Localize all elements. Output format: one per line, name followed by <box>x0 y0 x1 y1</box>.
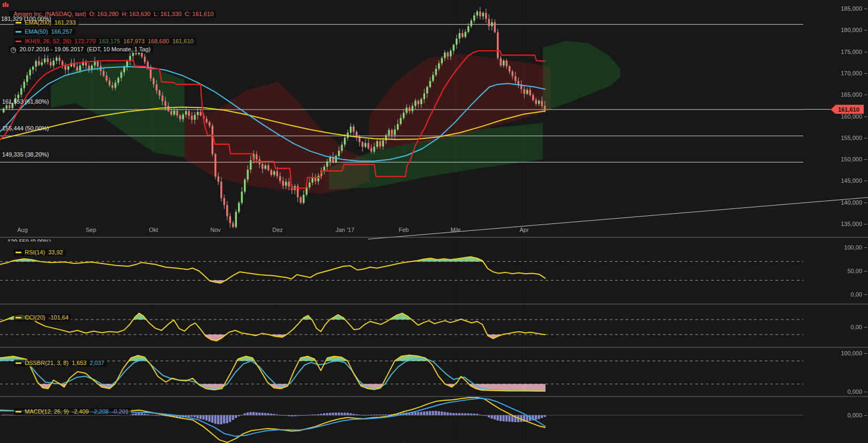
candle-up <box>18 95 20 98</box>
macd-histogram-bar <box>3 415 5 415</box>
cci-pane[interactable] <box>0 313 803 341</box>
candle-down <box>512 72 514 76</box>
candle-up <box>465 32 467 37</box>
macd-histogram-bar <box>250 412 252 415</box>
candle-up <box>424 94 426 99</box>
rsi-label: RSI(14) <box>25 249 45 256</box>
candle-up <box>467 26 470 32</box>
macd-histogram-bar <box>347 413 349 415</box>
candle-up <box>29 69 32 75</box>
rsi-pane[interactable] <box>0 257 803 283</box>
macd-histogram-bar <box>285 415 287 416</box>
axis-tick <box>864 52 867 52</box>
macd-histogram-bar <box>270 414 272 415</box>
macd-histogram-bar <box>229 415 231 422</box>
macd-histogram-bar <box>505 415 508 422</box>
candle-up <box>350 127 352 133</box>
candle-up <box>335 156 337 162</box>
candle-down <box>50 62 52 65</box>
candle-down <box>167 106 170 111</box>
macd-histogram-bar <box>438 411 440 415</box>
last-price-tag: 161,610 <box>831 105 864 114</box>
price-tag-arrow-icon <box>831 105 835 114</box>
macd-histogram-bar <box>388 415 390 415</box>
candle-up <box>406 107 408 113</box>
candle-up <box>477 12 479 15</box>
candle-up <box>341 145 343 151</box>
macd-histogram-bar <box>238 415 240 416</box>
candle-down <box>494 22 496 33</box>
candle-up <box>318 176 320 181</box>
macd-histogram-bar <box>544 415 546 417</box>
macd-histogram-bar <box>303 415 305 416</box>
candle-down <box>229 216 232 223</box>
macd-histogram-bar <box>288 415 290 416</box>
macd-histogram-bar <box>141 413 143 415</box>
macd-histogram-bar <box>276 415 278 416</box>
candle-up <box>79 65 81 71</box>
macd-histogram-bar <box>211 415 213 423</box>
axis-tick <box>864 203 867 203</box>
candle-down <box>418 101 420 104</box>
candle-up <box>32 67 34 70</box>
candle-down <box>506 61 508 66</box>
axis-tick <box>864 392 867 392</box>
candle-up <box>435 69 437 75</box>
cci-legend-row[interactable]: CCI(20) -101,64 <box>7 306 71 328</box>
candle-up <box>312 177 314 183</box>
candle-down <box>485 13 487 19</box>
cci-line <box>0 313 546 341</box>
candle-up <box>538 101 540 104</box>
fib-label-100: 181,329 (100,00%) <box>1 15 51 22</box>
macd-histogram-bar <box>494 415 496 419</box>
macd-histogram-bar <box>197 415 199 418</box>
candle-up <box>441 58 443 64</box>
chart-canvas[interactable] <box>0 0 868 443</box>
macd-histogram-bar <box>535 415 537 419</box>
macd-histogram-bar <box>385 415 387 415</box>
candle-down <box>76 67 79 71</box>
macd-histogram-bar <box>497 415 499 421</box>
candle-down <box>9 105 11 108</box>
candle-down <box>106 76 108 81</box>
candle-up <box>53 61 55 66</box>
macd-value-2: -2,208 <box>92 408 109 415</box>
candle-down <box>509 66 511 72</box>
candle-up <box>250 160 252 170</box>
macd-legend-row[interactable]: MACD(12, 26, 9) -2,409 -2,208 -0,201 <box>7 400 131 422</box>
macd-histogram-bar <box>297 415 299 416</box>
candle-up <box>273 172 275 175</box>
axis-tick <box>864 9 867 9</box>
macd-histogram-bar <box>279 415 281 415</box>
candle-down <box>176 111 179 115</box>
month-axis-label: Sep <box>86 227 96 233</box>
macd-histogram-bar <box>162 415 164 416</box>
dssbr-legend-row[interactable]: DSSBR(21, 3, 8) 1,653 2,037 <box>7 352 107 374</box>
candle-down <box>88 66 90 69</box>
macd-histogram-bar <box>350 413 352 415</box>
candle-down <box>367 143 370 149</box>
candle-down <box>212 126 214 154</box>
macd-histogram-bar <box>191 415 193 417</box>
candle-up <box>6 105 8 108</box>
price-axis-label: 140,000 <box>824 199 862 206</box>
dss-pane[interactable] <box>0 355 803 391</box>
macd-histogram-bar <box>147 414 149 415</box>
candle-up <box>197 112 199 115</box>
macd-histogram-bar <box>135 414 137 415</box>
candle-up <box>114 83 117 88</box>
rsi-legend-row[interactable]: RSI(14) 33,92 <box>7 241 66 263</box>
trend-line[interactable] <box>368 198 868 239</box>
candle-down <box>103 71 105 76</box>
candle-up <box>444 52 446 58</box>
candle-up <box>285 182 287 185</box>
macd-histogram-bar <box>341 413 343 415</box>
candle-down <box>447 52 449 56</box>
price-axis-label: 155,000 <box>824 135 862 141</box>
macd-histogram-bar <box>373 415 375 415</box>
candle-down <box>112 86 114 88</box>
candle-down <box>226 205 228 216</box>
candle-down <box>500 58 502 66</box>
macd-histogram-bar <box>414 412 417 415</box>
macd-histogram-bar <box>305 415 308 416</box>
